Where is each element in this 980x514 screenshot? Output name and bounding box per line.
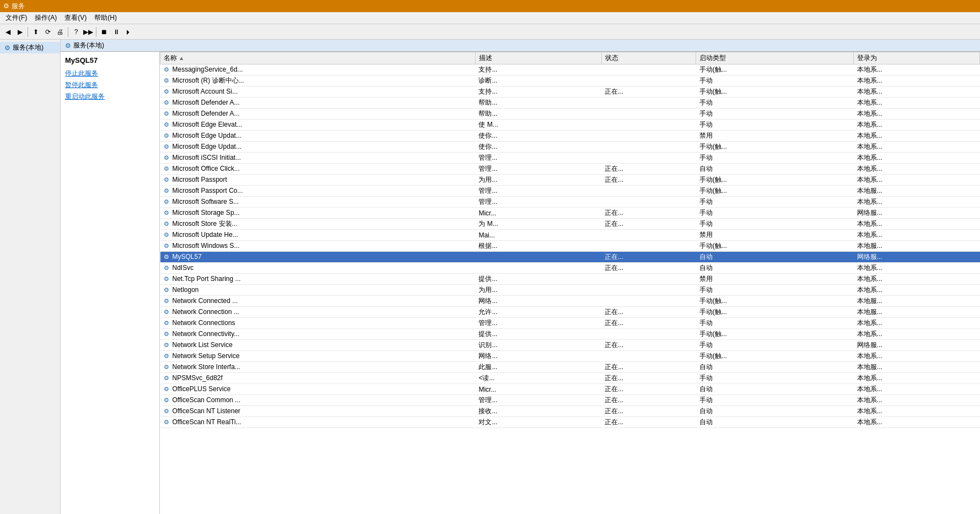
table-row[interactable]: ⚙Microsoft Passport Co...管理...手动(触...本地服… <box>160 186 980 197</box>
table-row[interactable]: ⚙Network Store Interfa...此服...正在...自动本地服… <box>160 362 980 373</box>
table-row[interactable]: ⚙Net.Tcp Port Sharing ...提供...禁用本地系... <box>160 274 980 285</box>
table-row[interactable]: ⚙Microsoft Office Click...管理...正在...自动本地… <box>160 164 980 175</box>
service-starttype-cell: 手动(触... <box>696 175 854 186</box>
col-header-name[interactable]: 名称 ▲ <box>160 52 476 64</box>
service-icon: ⚙ <box>164 231 171 239</box>
table-row[interactable]: ⚙NPSMSvc_6d82f<读...正在...手动本地系... <box>160 373 980 384</box>
service-name-text: Network List Service <box>173 341 233 349</box>
service-starttype-cell: 手动(触... <box>696 307 854 318</box>
table-row[interactable]: ⚙Network Connections管理...正在...手动本地系... <box>160 318 980 329</box>
restart-service-link[interactable]: 重启动此服务 <box>65 92 155 101</box>
table-row[interactable]: ⚙OfficeScan NT RealTi...对文...正在...自动本地系.… <box>160 417 980 428</box>
col-header-status[interactable]: 状态 <box>601 52 696 64</box>
col-header-desc[interactable]: 描述 <box>475 52 601 64</box>
menu-item-文件(F)[interactable]: 文件(F) <box>2 12 30 24</box>
service-desc-cell: 为用... <box>475 175 601 186</box>
table-row[interactable]: ⚙MySQL57正在...自动网络服... <box>160 252 980 263</box>
table-row[interactable]: ⚙Microsoft Software S...管理...手动本地系... <box>160 197 980 208</box>
toolbar-btn-forward[interactable]: ▶ <box>14 26 25 37</box>
service-status-cell <box>601 64 696 75</box>
service-icon: ⚙ <box>164 408 171 415</box>
col-header-login[interactable]: 登录为 <box>854 52 980 64</box>
nav-item-local[interactable]: ⚙服务(本地) <box>0 42 60 53</box>
table-row[interactable]: ⚙Network List Service识别...正在...手动网络服... <box>160 340 980 351</box>
toolbar-btn-back[interactable]: ◀ <box>2 26 13 37</box>
table-row[interactable]: ⚙Network Connectivity...提供...手动(触...本地系.… <box>160 329 980 340</box>
service-desc-cell: 帮助... <box>475 98 601 109</box>
table-row[interactable]: ⚙Microsoft Account Si...支持...正在...手动(触..… <box>160 86 980 98</box>
table-row[interactable]: ⚙OfficeScan NT Listener接收...正在...自动本地系..… <box>160 406 980 417</box>
menu-item-帮助(H)[interactable]: 帮助(H) <box>91 12 120 24</box>
service-name-cell: ⚙Microsoft Store 安装... <box>160 219 476 230</box>
table-row[interactable]: ⚙Microsoft Update He...Mai...禁用本地系... <box>160 230 980 241</box>
service-starttype-cell: 手动(触... <box>696 329 854 340</box>
table-row[interactable]: ⚙Microsoft Store 安装...为 M...正在...手动本地系..… <box>160 219 980 230</box>
table-row[interactable]: ⚙Microsoft Storage Sp...Micr...正在...手动网络… <box>160 208 980 219</box>
service-starttype-cell: 手动(触... <box>696 351 854 362</box>
menu-bar: 文件(F)操作(A)查看(V)帮助(H) <box>0 12 980 24</box>
service-starttype-cell: 自动 <box>696 164 854 175</box>
table-row[interactable]: ⚙Network Connected ...网络...手动(触...本地服... <box>160 296 980 307</box>
table-row[interactable]: ⚙Microsoft Defender A...帮助...手动本地系... <box>160 109 980 120</box>
table-row[interactable]: ⚙Microsoft (R) 诊断中心...诊断...手动本地系... <box>160 75 980 86</box>
service-name-text: NdISvc <box>173 264 194 272</box>
menu-item-查看(V)[interactable]: 查看(V) <box>61 12 90 24</box>
pause-service-link[interactable]: 暂停此服务 <box>65 80 155 90</box>
service-login-cell: 本地服... <box>854 307 980 318</box>
service-icon: ⚙ <box>164 187 171 195</box>
toolbar-btn-help[interactable]: ? <box>71 26 82 37</box>
service-table-wrap[interactable]: 名称 ▲ 描述 状态 启动类型 登录为 ⚙MessagingService_6d… <box>160 52 980 514</box>
table-row[interactable]: ⚙Microsoft Defender A...帮助...手动本地系... <box>160 98 980 109</box>
service-name-text: Network Connections <box>173 319 235 327</box>
toolbar-btn-up[interactable]: ⬆ <box>30 26 41 37</box>
service-desc-cell: 对文... <box>475 417 601 428</box>
toolbar-btn-play-all[interactable]: ▶▶ <box>83 26 94 37</box>
service-icon: ⚙ <box>164 209 171 217</box>
toolbar-btn-refresh[interactable]: ⟳ <box>42 26 53 37</box>
table-row[interactable]: ⚙MessagingService_6d...支持...手动(触...本地系..… <box>160 64 980 75</box>
table-row[interactable]: ⚙OfficeScan Common ...管理...正在...手动本地系... <box>160 395 980 406</box>
table-row[interactable]: ⚙Network Setup Service网络...手动(触...本地系... <box>160 351 980 362</box>
service-login-cell: 本地系... <box>854 263 980 274</box>
service-name-text: Microsoft Windows S... <box>173 242 240 250</box>
toolbar: ◀▶⬆⟳🖨?▶▶⏹⏸⏵ <box>0 24 980 40</box>
service-login-cell: 本地系... <box>854 109 980 120</box>
service-name-cell: ⚙Microsoft Defender A... <box>160 98 476 109</box>
stop-service-link[interactable]: 停止此服务 <box>65 69 155 78</box>
service-name-cell: ⚙Network Store Interfa... <box>160 362 476 373</box>
service-starttype-cell: 手动 <box>696 373 854 384</box>
toolbar-btn-print[interactable]: 🖨 <box>55 26 66 37</box>
service-icon: ⚙ <box>164 154 171 162</box>
table-row[interactable]: ⚙OfficePLUS ServiceMicr...正在...自动本地系... <box>160 384 980 395</box>
toolbar-btn-stop[interactable]: ⏹ <box>99 26 110 37</box>
table-row[interactable]: ⚙Netlogon为用...手动本地系... <box>160 285 980 296</box>
toolbar-btn-pause[interactable]: ⏸ <box>111 26 122 37</box>
service-list: ⚙MessagingService_6d...支持...手动(触...本地系..… <box>160 64 980 428</box>
table-row[interactable]: ⚙Network Connection ...允许...正在...手动(触...… <box>160 307 980 318</box>
table-row[interactable]: ⚙Microsoft Edge Updat...使你...禁用本地系... <box>160 131 980 142</box>
table-row[interactable]: ⚙Microsoft iSCSI Initiat...管理...手动本地系... <box>160 153 980 164</box>
service-desc-cell: 接收... <box>475 406 601 417</box>
table-row[interactable]: ⚙Microsoft Edge Updat...使你...手动(触...本地系.… <box>160 142 980 153</box>
menu-item-操作(A)[interactable]: 操作(A) <box>31 12 60 24</box>
service-icon: ⚙ <box>164 309 171 316</box>
service-starttype-cell: 禁用 <box>696 230 854 241</box>
service-icon: ⚙ <box>164 275 171 283</box>
service-login-cell: 本地服... <box>854 241 980 252</box>
service-name-cell: ⚙Netlogon <box>160 285 476 296</box>
service-desc-cell <box>475 263 601 274</box>
service-name-text: Microsoft Passport Co... <box>173 187 243 194</box>
toolbar-btn-resume[interactable]: ⏵ <box>123 26 134 37</box>
service-login-cell: 本地系... <box>854 274 980 285</box>
table-row[interactable]: ⚙Microsoft Passport为用...正在...手动(触...本地系.… <box>160 175 980 186</box>
content-header-title: 服务(本地) <box>73 41 104 50</box>
table-row[interactable]: ⚙NdISvc正在...自动本地系... <box>160 263 980 274</box>
service-status-cell <box>601 98 696 109</box>
table-row[interactable]: ⚙Microsoft Windows S...根据...手动(触...本地服..… <box>160 241 980 252</box>
service-starttype-cell: 手动 <box>696 285 854 296</box>
service-icon: ⚙ <box>164 143 171 151</box>
service-desc-cell: 管理... <box>475 395 601 406</box>
service-starttype-cell: 手动(触... <box>696 296 854 307</box>
table-row[interactable]: ⚙Microsoft Edge Elevat...使 M...手动本地系... <box>160 120 980 131</box>
col-header-starttype[interactable]: 启动类型 <box>696 52 854 64</box>
